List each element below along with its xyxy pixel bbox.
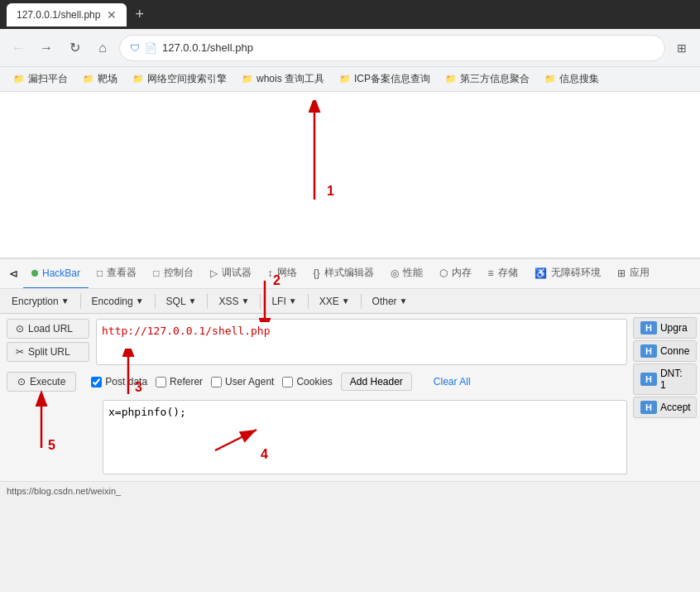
security-icon: 🛡 xyxy=(130,42,140,54)
post-data-textarea[interactable]: x=phpinfo(); xyxy=(103,400,627,474)
extensions-button[interactable]: ⊞ xyxy=(670,36,693,60)
active-tab[interactable]: 127.0.0.1/shell.php ✕ xyxy=(7,3,127,26)
cookies-checkbox-label[interactable]: Cookies xyxy=(282,376,332,387)
address-bar-row: ← → ↻ ⌂ 🛡 📄 127.0.0.1/shell.php ⊞ xyxy=(0,29,700,67)
bookmarks-bar: 📁 漏扫平台 📁 靶场 📁 网络空间搜索引擎 📁 whois 查询工具 📁 IC… xyxy=(0,67,700,92)
user-agent-checkbox-label[interactable]: User Agent xyxy=(211,376,274,387)
bookmark-label: whois 查询工具 xyxy=(257,72,324,86)
tab-style-editor[interactable]: {} 样式编辑器 xyxy=(305,259,382,289)
back-button[interactable]: ← xyxy=(7,36,30,60)
bookmark-item[interactable]: 📁 漏扫平台 xyxy=(7,70,74,89)
add-header-button[interactable]: Add Header xyxy=(341,373,412,391)
tab-title: 127.0.0.1/shell.php xyxy=(17,9,100,21)
other-menu[interactable]: Other ▼ xyxy=(366,293,415,310)
new-tab-button[interactable]: + xyxy=(130,4,149,25)
folder-icon: 📁 xyxy=(83,74,94,84)
tab-viewer[interactable]: □ 查看器 xyxy=(89,259,145,289)
bookmark-label: 漏扫平台 xyxy=(28,72,68,86)
bookmark-label: 网络空间搜索引擎 xyxy=(147,72,227,86)
encoding-chevron-icon: ▼ xyxy=(136,296,144,306)
folder-icon: 📁 xyxy=(544,74,556,84)
referer-label: Referer xyxy=(170,376,203,387)
referer-checkbox[interactable] xyxy=(156,377,166,387)
bookmark-label: ICP备案信息查询 xyxy=(354,72,430,86)
header-accept[interactable]: H Accept xyxy=(633,397,697,418)
user-agent-checkbox[interactable] xyxy=(211,377,222,387)
url-textarea[interactable]: http://127.0.0.1/shell.php xyxy=(96,319,627,365)
lfi-menu[interactable]: LFI ▼ xyxy=(265,293,303,310)
xxe-label: XXE xyxy=(319,296,339,307)
separator xyxy=(207,294,208,309)
xss-menu[interactable]: XSS ▼ xyxy=(212,293,256,310)
memory-icon: ⬡ xyxy=(439,267,448,279)
load-url-button[interactable]: ⊙ Load URL xyxy=(7,319,89,339)
viewer-icon: □ xyxy=(97,267,103,279)
tab-close-btn[interactable]: ✕ xyxy=(107,9,117,21)
header-dnt[interactable]: H DNT: 1 xyxy=(633,363,697,395)
forward-button[interactable]: → xyxy=(35,36,58,60)
split-url-icon: ✂ xyxy=(16,346,24,358)
separator xyxy=(361,294,362,309)
tab-accessibility[interactable]: ♿ 无障碍环境 xyxy=(526,259,609,289)
tab-application-label: 应用 xyxy=(630,266,650,280)
encryption-menu[interactable]: Encryption ▼ xyxy=(5,293,76,310)
hackbar-action-buttons: ⊙ Load URL ✂ Split URL xyxy=(7,319,89,362)
bookmark-item[interactable]: 📁 靶场 xyxy=(76,70,124,89)
xxe-chevron-icon: ▼ xyxy=(342,296,350,306)
tab-memory[interactable]: ⬡ 内存 xyxy=(431,259,480,289)
devtools-collapse-icon[interactable]: ⊲ xyxy=(3,264,23,284)
separator xyxy=(80,294,81,309)
status-url: https://blog.csdn.net/weixin_ xyxy=(7,486,121,496)
hackbar-checkboxes: Post data Referer User Agent Cookies Add… xyxy=(91,373,478,391)
address-bar[interactable]: 🛡 📄 127.0.0.1/shell.php xyxy=(119,35,665,61)
console-icon: □ xyxy=(153,267,159,279)
tab-storage[interactable]: ≡ 存储 xyxy=(480,259,526,289)
post-data-checkbox-label[interactable]: Post data xyxy=(91,376,147,387)
right-headers-panel: H Upgra H Conne H DNT: 1 H Accept xyxy=(630,314,700,421)
refresh-button[interactable]: ↻ xyxy=(63,36,86,60)
tab-network[interactable]: ↕ 网络 xyxy=(260,259,305,289)
bookmark-item[interactable]: 📁 网络空间搜索引擎 xyxy=(126,70,233,89)
bookmark-item[interactable]: 📁 信息搜集 xyxy=(538,70,606,89)
encoding-menu[interactable]: Encoding ▼ xyxy=(85,293,151,310)
performance-icon: ◎ xyxy=(391,267,399,279)
storage-icon: ≡ xyxy=(488,267,494,279)
sql-menu[interactable]: SQL ▼ xyxy=(160,293,204,310)
clear-all-button[interactable]: Clear All xyxy=(425,373,479,390)
post-data-checkbox[interactable] xyxy=(91,377,102,387)
tab-debugger[interactable]: ▷ 调试器 xyxy=(202,259,260,289)
tab-hackbar-label: HackBar xyxy=(42,267,80,279)
tab-style-label: 样式编辑器 xyxy=(324,266,374,280)
status-bar: https://blog.csdn.net/weixin_ xyxy=(0,481,700,499)
split-url-button[interactable]: ✂ Split URL xyxy=(7,342,89,362)
hackbar-container: Encryption ▼ Encoding ▼ SQL ▼ XSS ▼ LFI … xyxy=(0,289,700,481)
header-connection[interactable]: H Conne xyxy=(633,340,697,362)
separator xyxy=(260,294,261,309)
tab-hackbar[interactable]: HackBar xyxy=(23,259,89,289)
header-upgrade[interactable]: H Upgra xyxy=(633,317,697,339)
home-button[interactable]: ⌂ xyxy=(91,36,114,60)
referer-checkbox-label[interactable]: Referer xyxy=(156,376,203,387)
xss-chevron-icon: ▼ xyxy=(242,296,250,306)
execute-button[interactable]: ⊙ Execute xyxy=(7,372,76,392)
post-data-label: Post data xyxy=(105,376,147,387)
sql-chevron-icon: ▼ xyxy=(189,296,197,306)
tab-console[interactable]: □ 控制台 xyxy=(145,259,201,289)
debugger-icon: ▷ xyxy=(210,267,218,279)
network-icon: ↕ xyxy=(268,267,273,279)
header-connection-label: Conne xyxy=(660,345,689,357)
cookies-checkbox[interactable] xyxy=(282,377,293,387)
tab-performance[interactable]: ◎ 性能 xyxy=(382,259,431,289)
encryption-chevron-icon: ▼ xyxy=(61,296,70,306)
encryption-label: Encryption xyxy=(12,296,59,307)
style-editor-icon: {} xyxy=(314,267,320,279)
page-icon: 📄 xyxy=(145,42,157,54)
bookmark-item[interactable]: 📁 whois 查询工具 xyxy=(235,70,331,89)
post-data-area: x=phpinfo(); 3 4 xyxy=(0,397,700,481)
xxe-menu[interactable]: XXE ▼ xyxy=(313,293,357,310)
tab-application[interactable]: ⊞ 应用 xyxy=(609,259,658,289)
application-icon: ⊞ xyxy=(617,267,626,279)
bookmark-item[interactable]: 📁 第三方信息聚合 xyxy=(439,70,536,89)
bookmark-item[interactable]: 📁 ICP备案信息查询 xyxy=(333,70,437,89)
tab-accessibility-label: 无障碍环境 xyxy=(551,266,601,280)
